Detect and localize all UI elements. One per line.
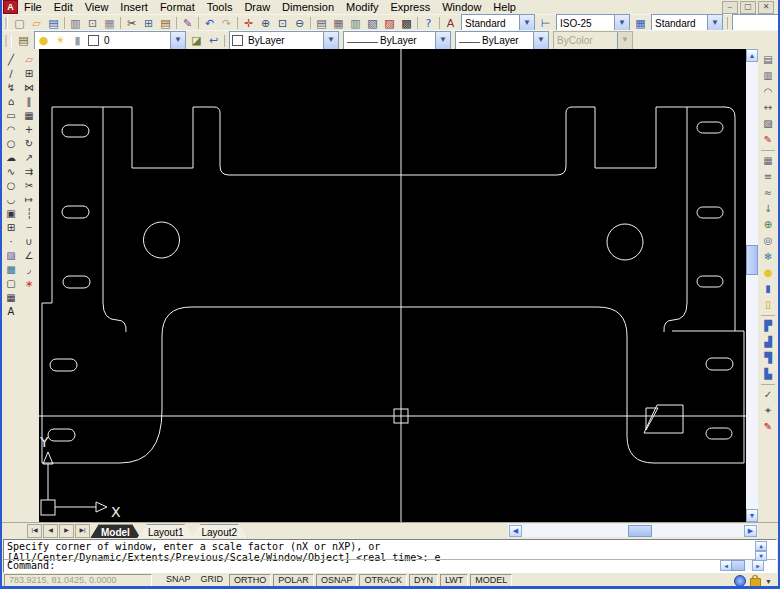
chevron-down-icon[interactable]: ▼ <box>533 32 548 49</box>
scroll-up-icon[interactable]: ▲ <box>746 49 758 62</box>
menu-modify[interactable]: Modify <box>340 0 384 14</box>
plot-preview-icon[interactable]: ⊡ <box>84 16 101 31</box>
tray-settings-arrow-icon[interactable]: ▼ <box>765 578 772 585</box>
draworder-send-under-icon[interactable]: ▙ <box>760 366 777 382</box>
quick-select-icon[interactable]: ✦ <box>760 403 777 419</box>
join-icon[interactable]: ∪ <box>21 235 37 249</box>
pan-realtime-icon[interactable]: ✛ <box>240 16 257 31</box>
tab-nav-0-button[interactable]: |◀ <box>27 524 42 538</box>
properties-palette-icon[interactable]: ▤ <box>313 16 330 31</box>
triangle-detail[interactable] <box>646 408 658 430</box>
chevron-down-icon[interactable]: ▼ <box>435 32 450 49</box>
layer-combo[interactable]: ●☀▮ 0 ▼ <box>34 31 186 50</box>
undo-icon[interactable]: ↶ <box>201 16 218 31</box>
zoom-realtime-icon[interactable]: ⊕ <box>257 16 274 31</box>
arc-icon[interactable]: ◠ <box>3 123 19 137</box>
layer-freeze-icon[interactable]: ❄ <box>760 249 777 265</box>
layer-freeze-sun-icon[interactable]: ☀ <box>52 33 69 48</box>
spell-check-icon[interactable]: ✓ <box>760 387 777 403</box>
layer-manager-icon[interactable]: ▦ <box>760 153 777 169</box>
stretch-icon[interactable]: ⇉ <box>21 165 37 179</box>
tab-layout2[interactable]: Layout2 <box>190 524 248 539</box>
insert-block-icon[interactable]: ▣ <box>3 207 19 221</box>
layer-isolate-icon[interactable]: ◎ <box>760 233 777 249</box>
table-style-icon[interactable]: ▦ <box>632 16 649 31</box>
zoom-previous-icon[interactable]: ⊖ <box>291 16 308 31</box>
vertical-scroll-thumb[interactable] <box>746 245 758 275</box>
linetype-combo[interactable]: ——— ByLayer ▼ <box>343 31 451 50</box>
layer-lock-icon[interactable]: ▮ <box>760 281 777 297</box>
drawing-area[interactable]: X Y <box>39 49 746 522</box>
lineweight-combo[interactable]: —— ByLayer ▼ <box>455 31 549 50</box>
spline-icon[interactable]: ∿ <box>3 165 19 179</box>
dimstyle-import-icon[interactable]: ▥ <box>760 68 777 84</box>
text-style-icon[interactable]: A <box>442 16 459 31</box>
scroll-right-icon[interactable]: ▶ <box>744 525 757 537</box>
menu-window[interactable]: Window <box>436 0 487 14</box>
text-mask-icon[interactable]: ▨ <box>760 116 777 132</box>
rectangle-icon[interactable]: ▭ <box>3 109 19 123</box>
tab-nav-2-button[interactable]: ▶ <box>59 524 74 538</box>
close-button[interactable]: ✕ <box>758 1 774 14</box>
chevron-down-icon[interactable]: ▼ <box>170 32 185 49</box>
markup-set-manager-icon[interactable]: ▨ <box>381 16 398 31</box>
command-vscroll[interactable]: ▲ ▼ <box>755 541 767 561</box>
horizontal-scroll-thumb[interactable] <box>628 525 652 537</box>
menu-draw[interactable]: Draw <box>238 0 276 14</box>
horizontal-scrollbar[interactable]: ◀ ▶ <box>508 524 758 537</box>
slot-holes[interactable] <box>48 122 733 441</box>
erase-icon[interactable]: ▱ <box>21 53 37 67</box>
part-outline[interactable] <box>42 107 744 463</box>
hole-circle-left[interactable] <box>144 222 180 258</box>
menu-file[interactable]: File <box>18 0 48 14</box>
trim-icon[interactable]: ✂ <box>21 179 37 193</box>
layer-lock-icon[interactable]: ▮ <box>69 33 86 48</box>
express-redline-icon[interactable]: ✎ <box>760 419 777 435</box>
array-icon[interactable]: ▦ <box>21 109 37 123</box>
hole-circle-right[interactable] <box>607 224 643 260</box>
break-icon[interactable]: ┄ <box>21 221 37 235</box>
command-text-area[interactable]: Specify corner of window, enter a scale … <box>3 539 777 573</box>
chevron-down-icon[interactable]: ▼ <box>614 15 629 32</box>
layer-on-bulb-icon[interactable]: ● <box>35 33 52 48</box>
construction-line-icon[interactable]: ∕ <box>3 67 19 81</box>
layer-match-icon[interactable]: ≈ <box>760 185 777 201</box>
scroll-down-icon[interactable]: ▼ <box>746 509 758 522</box>
menu-format[interactable]: Format <box>154 0 201 14</box>
menu-view[interactable]: View <box>79 0 115 14</box>
open-icon[interactable]: ▱ <box>28 16 45 31</box>
command-prompt[interactable]: Command: <box>4 559 776 572</box>
region-icon[interactable]: ▢ <box>3 277 19 291</box>
tab-nav-3-button[interactable]: ▶| <box>75 524 90 538</box>
menu-edit[interactable]: Edit <box>48 0 79 14</box>
quickcalc-icon[interactable]: ▩ <box>398 16 415 31</box>
chevron-down-icon[interactable]: ▼ <box>519 15 534 32</box>
draworder-send-to-back-icon[interactable]: ▟ <box>760 334 777 350</box>
scroll-up-icon[interactable]: ▲ <box>755 541 767 551</box>
polygon-icon[interactable]: ⌂ <box>3 95 19 109</box>
toolbar-grip[interactable] <box>5 35 12 47</box>
zoom-window-icon[interactable]: ⊡ <box>274 16 291 31</box>
toolbar-grip[interactable] <box>5 17 8 29</box>
copy-to-new-layer-icon[interactable]: ⊕ <box>760 217 777 233</box>
menu-insert[interactable]: Insert <box>114 0 154 14</box>
help-icon[interactable]: ? <box>420 16 437 31</box>
command-hscroll[interactable]: ◀ ▶ <box>720 560 764 570</box>
extend-icon[interactable]: ↦ <box>21 193 37 207</box>
color-combo[interactable]: ByLayer ▼ <box>229 31 339 50</box>
trapezoid-detail[interactable] <box>644 405 683 433</box>
tool-palettes-icon[interactable]: ▥ <box>347 16 364 31</box>
redo-icon[interactable]: ↷ <box>218 16 235 31</box>
layer-previous-icon[interactable]: ↩ <box>205 33 222 48</box>
chevron-down-icon[interactable]: ▼ <box>707 15 722 32</box>
rotate-icon[interactable]: ↻ <box>21 137 37 151</box>
minimize-button[interactable]: – <box>722 1 738 14</box>
scroll-left-icon[interactable]: ◀ <box>509 525 522 537</box>
layer-unlock-icon[interactable]: ▯ <box>760 297 777 313</box>
dim-style-icon[interactable]: ⊢ <box>537 16 554 31</box>
tab-layout1[interactable]: Layout1 <box>137 524 195 539</box>
copy-clip-icon[interactable]: ⊞ <box>140 16 157 31</box>
menu-dimension[interactable]: Dimension <box>276 0 340 14</box>
dimstyle-export-icon[interactable]: ▤ <box>760 52 777 68</box>
draworder-bring-to-front-icon[interactable]: ▛ <box>760 318 777 334</box>
